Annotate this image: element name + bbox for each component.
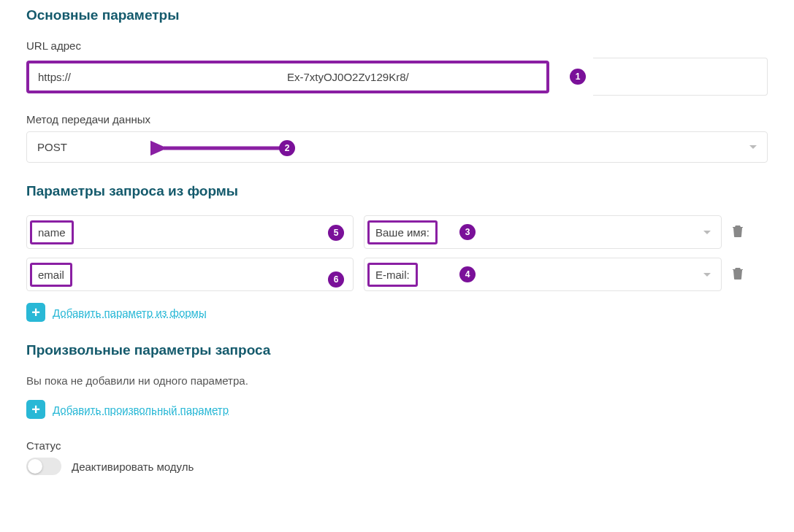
- section-custom-params-title: Произвольные параметры запроса: [26, 342, 768, 358]
- param-map-select[interactable]: E-mail: 4: [364, 258, 722, 291]
- custom-params-empty: Вы пока не добавили ни одного параметра.: [26, 374, 768, 387]
- param-key-value: email: [30, 263, 72, 287]
- url-input[interactable]: [29, 63, 546, 90]
- section-main-title: Основные параметры: [26, 7, 768, 23]
- method-value: POST: [37, 141, 67, 153]
- method-label: Метод передачи данных: [26, 113, 768, 126]
- toggle-label: Деактивировать модуль: [72, 460, 194, 473]
- deactivate-toggle[interactable]: [26, 458, 61, 475]
- plus-icon[interactable]: +: [26, 303, 45, 322]
- annotation-badge-4: 4: [459, 266, 476, 282]
- add-form-param-link[interactable]: Добавить параметр из формы: [53, 307, 207, 319]
- annotation-badge-5: 5: [328, 225, 344, 241]
- toggle-knob: [28, 459, 42, 474]
- add-custom-param-link[interactable]: Добавить произвольный параметр: [53, 404, 229, 416]
- trash-icon[interactable]: [732, 224, 747, 241]
- param-map-select[interactable]: Ваше имя: 3: [364, 215, 722, 249]
- trash-icon[interactable]: [732, 266, 747, 283]
- chevron-down-icon: [703, 231, 711, 234]
- url-highlight-box: [26, 61, 549, 93]
- param-map-value: Ваше имя:: [367, 220, 438, 244]
- chevron-down-icon: [749, 145, 757, 149]
- url-trailing-box: [593, 58, 768, 96]
- annotation-arrow: [150, 137, 297, 159]
- annotation-badge-6: 6: [328, 271, 344, 288]
- url-label: URL адрес: [26, 39, 768, 52]
- annotation-badge-1: 1: [570, 69, 586, 85]
- param-map-value: E-mail:: [367, 263, 418, 287]
- param-row: email 6 E-mail: 4: [26, 258, 768, 291]
- param-key-value: name: [30, 220, 74, 244]
- param-key-field[interactable]: email 6: [26, 258, 354, 291]
- annotation-badge-3: 3: [459, 224, 476, 240]
- method-select[interactable]: POST: [26, 131, 768, 163]
- plus-icon[interactable]: +: [26, 400, 45, 419]
- status-label: Статус: [26, 439, 768, 452]
- chevron-down-icon: [703, 273, 711, 277]
- annotation-badge-2: 2: [279, 140, 295, 156]
- param-row: name 5 Ваше имя: 3: [26, 215, 768, 249]
- param-key-field[interactable]: name 5: [26, 215, 354, 249]
- section-form-params-title: Параметры запроса из формы: [26, 183, 768, 199]
